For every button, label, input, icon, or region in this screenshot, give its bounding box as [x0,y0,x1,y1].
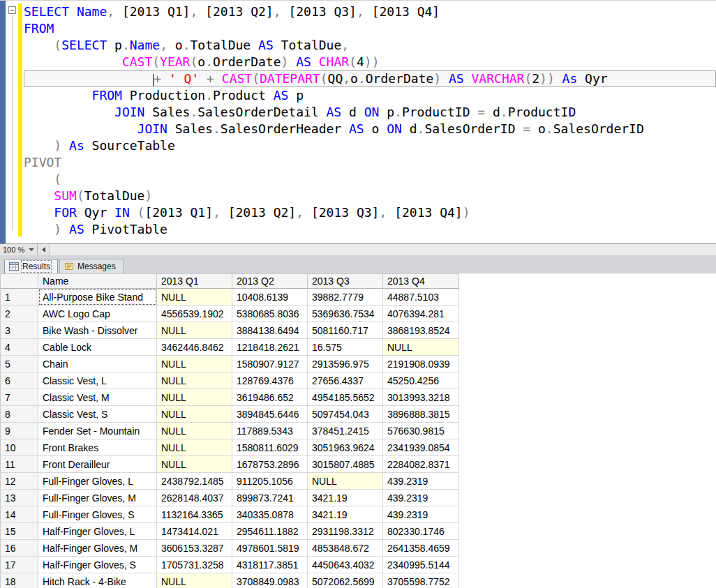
cell[interactable]: 27656.4337 [308,372,383,389]
cell[interactable]: Half-Finger Gloves, S [38,557,157,573]
row-number[interactable]: 15 [0,523,38,540]
cell[interactable]: 4954185.5652 [308,389,383,406]
cell[interactable]: NULL [157,372,232,389]
cell[interactable]: 4853848.672 [308,540,383,557]
row-number[interactable]: 9 [0,423,38,439]
cell[interactable]: 4556539.1902 [157,306,232,322]
cell[interactable]: Half-Finger Gloves, L [38,523,157,540]
cell[interactable]: AWC Logo Cap [38,306,157,322]
tab-results[interactable]: Results [4,259,58,273]
code-line[interactable]: ( [24,171,716,188]
code-line[interactable]: CAST(YEAR(o.OrderDate) AS CHAR(4)) [24,54,716,70]
cell[interactable]: 2628148.4037 [157,490,232,506]
cell[interactable]: 2931198.3312 [308,523,383,540]
query-editor[interactable]: SELECT Name, [2013 Q1], [2013 Q2], [2013… [0,1,716,243]
cell[interactable]: Full-Finger Gloves, S [38,506,157,523]
row-number[interactable]: 1 [0,289,38,306]
cell[interactable]: 2954611.1882 [232,523,308,540]
row-number[interactable]: 17 [0,557,38,573]
scroll-left-button[interactable] [38,244,50,255]
corner-header[interactable] [0,273,38,289]
code-collapse-toggle[interactable] [8,6,16,14]
cell[interactable]: 3884138.6494 [232,322,308,339]
cell[interactable]: 2438792.1485 [157,473,232,490]
cell[interactable]: 1705731.3258 [157,557,232,573]
cell[interactable]: 802330.1746 [383,523,459,540]
row-number[interactable]: 12 [0,473,38,490]
code-line[interactable]: FOR Qyr IN ([2013 Q1], [2013 Q2], [2013 … [24,204,716,221]
code-line[interactable]: SELECT Name, [2013 Q1], [2013 Q2], [2013… [24,3,716,20]
cell[interactable]: NULL [157,289,232,306]
cell[interactable]: 4076394.281 [383,306,459,322]
cell[interactable]: 2641358.4659 [383,540,459,557]
cell[interactable]: 576630.9815 [383,423,459,439]
row-number[interactable]: 13 [0,490,38,506]
cell[interactable]: 117889.5343 [232,423,308,439]
cell[interactable]: 5072062.5699 [308,573,383,588]
cell[interactable]: 2913596.975 [308,356,383,372]
cell[interactable]: 5369636.7534 [308,306,383,322]
cell[interactable]: Half-Finger Gloves, M [38,540,157,557]
cell[interactable]: Classic Vest, S [38,406,157,423]
row-number[interactable]: 8 [0,406,38,423]
column-header[interactable]: 2013 Q1 [157,273,232,289]
row-number[interactable]: 7 [0,389,38,406]
code-line[interactable]: FROM Production.Product AS p [24,87,716,104]
tab-messages[interactable]: Messages [59,259,124,273]
cell[interactable]: Classic Vest, L [38,372,157,389]
column-header[interactable]: Name [38,273,157,289]
cell[interactable]: 1580811.6029 [232,439,308,456]
cell[interactable]: Classic Vest, M [38,389,157,406]
row-number[interactable]: 10 [0,439,38,456]
row-number[interactable]: 11 [0,456,38,473]
cell[interactable]: 45250.4256 [383,372,459,389]
cell[interactable]: 128769.4376 [232,372,308,389]
cell[interactable]: 3015807.4885 [308,456,383,473]
row-number[interactable]: 16 [0,540,38,557]
cell[interactable]: 3708849.0983 [232,573,308,588]
cell[interactable]: 3896888.3815 [383,406,459,423]
cell[interactable]: Full-Finger Gloves, M [38,490,157,506]
cell[interactable]: 439.2319 [383,473,459,490]
column-header[interactable]: 2013 Q2 [232,273,308,289]
cell[interactable]: 1473414.021 [157,523,232,540]
cell[interactable]: NULL [157,573,232,588]
cell[interactable]: Cable Lock [38,339,157,356]
code-line[interactable]: ) As SourceTable [24,137,716,154]
cell[interactable]: 44887.5103 [383,289,459,306]
cell[interactable]: 10408.6139 [232,289,308,306]
cell[interactable]: 5081160.717 [308,322,383,339]
cell[interactable]: 439.2319 [383,506,459,523]
cell[interactable]: NULL [308,473,383,490]
cell[interactable]: NULL [383,339,459,356]
cell[interactable]: 1132164.3365 [157,506,232,523]
row-number[interactable]: 4 [0,339,38,356]
code-line[interactable]: JOIN Sales.SalesOrderDetail AS d ON p.Pr… [24,104,716,121]
cell[interactable]: 2284082.8371 [383,456,459,473]
code-area[interactable]: SELECT Name, [2013 Q1], [2013 Q2], [2013… [24,3,716,243]
cell[interactable]: 2191908.0939 [383,356,459,372]
cell[interactable]: 911205.1056 [232,473,308,490]
cell[interactable]: 2340995.5144 [383,557,459,573]
cell[interactable]: 3051963.9624 [308,439,383,456]
horizontal-scrollbar[interactable] [50,244,716,255]
row-number[interactable]: 14 [0,506,38,523]
cell[interactable]: 4450643.4032 [308,557,383,573]
code-line[interactable]: (SELECT p.Name, o.TotalDue AS TotalDue, [24,37,716,54]
cell[interactable]: 340335.0878 [232,506,308,523]
cell[interactable]: Hitch Rack - 4-Bike [38,573,157,588]
cell[interactable]: 4318117.3851 [232,557,308,573]
row-number[interactable]: 2 [0,306,38,322]
cell[interactable]: 16.575 [308,339,383,356]
cell[interactable]: 3894845.6446 [232,406,308,423]
cell[interactable]: NULL [157,356,232,372]
cell[interactable]: 5380685.8036 [232,306,308,322]
column-header[interactable]: 2013 Q4 [383,273,459,289]
code-line[interactable]: FROM [24,20,716,37]
cell[interactable]: NULL [157,423,232,439]
cell[interactable]: 4978601.5819 [232,540,308,557]
cell[interactable]: 2341939.0854 [383,439,459,456]
cell[interactable]: NULL [157,389,232,406]
code-line[interactable]: ) AS PivotTable [24,221,716,238]
cell[interactable]: Front Derailleur [38,456,157,473]
